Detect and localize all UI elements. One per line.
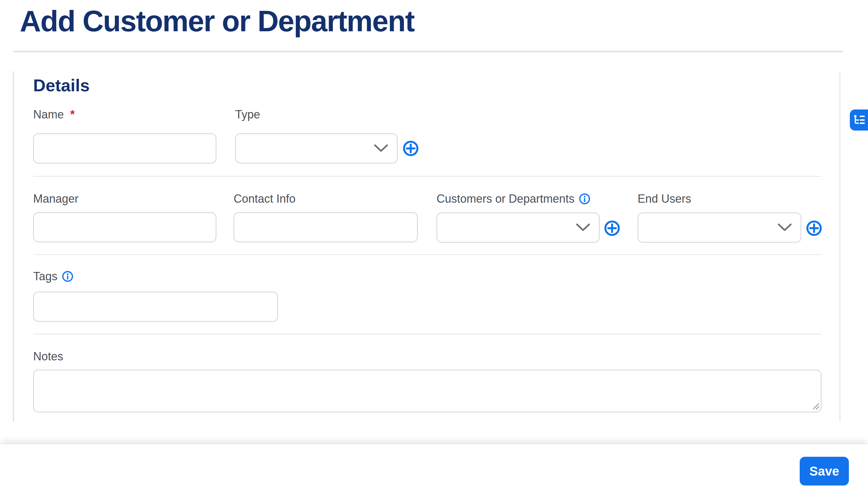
row-divider: [33, 254, 821, 255]
add-customer-page: Add Customer or Department Details Name*…: [0, 0, 868, 489]
contact-info-label: Contact Info: [234, 191, 296, 206]
details-card: [13, 71, 841, 421]
add-customer-or-department-button[interactable]: [604, 220, 620, 236]
customers-or-departments-label: Customers or Departments: [437, 191, 590, 206]
end-users-select[interactable]: [638, 213, 801, 243]
tree-view-button[interactable]: [850, 110, 868, 130]
manager-input[interactable]: [33, 212, 216, 242]
name-input[interactable]: [33, 133, 216, 163]
tags-input[interactable]: [33, 292, 278, 322]
tags-label: Tags: [33, 269, 73, 284]
save-button[interactable]: Save: [800, 457, 849, 486]
title-divider: [13, 51, 843, 52]
row-divider: [33, 176, 821, 177]
page-title: Add Customer or Department: [20, 1, 414, 49]
manager-label: Manager: [33, 191, 79, 206]
footer-bar: Save: [0, 444, 868, 489]
notes-textarea[interactable]: [33, 370, 822, 412]
info-icon[interactable]: [62, 271, 73, 282]
add-type-button[interactable]: [403, 141, 419, 156]
type-label: Type: [235, 107, 260, 122]
section-heading-details: Details: [33, 75, 90, 96]
name-label: Name*: [33, 107, 75, 122]
chevron-down-icon: [778, 223, 792, 232]
chevron-down-icon: [576, 223, 590, 232]
info-icon[interactable]: [579, 193, 590, 205]
type-select[interactable]: [235, 133, 398, 163]
end-users-label: End Users: [638, 191, 691, 206]
customers-or-departments-select[interactable]: [437, 213, 600, 243]
add-end-user-button[interactable]: [806, 220, 822, 236]
required-marker: *: [70, 107, 75, 122]
contact-info-input[interactable]: [234, 212, 418, 242]
plus-circle-icon: [403, 141, 419, 156]
plus-circle-icon: [604, 220, 620, 236]
notes-label: Notes: [33, 349, 63, 364]
plus-circle-icon: [806, 220, 822, 236]
chevron-down-icon: [374, 144, 388, 153]
row-divider: [33, 334, 821, 335]
tree-view-icon: [853, 114, 865, 126]
